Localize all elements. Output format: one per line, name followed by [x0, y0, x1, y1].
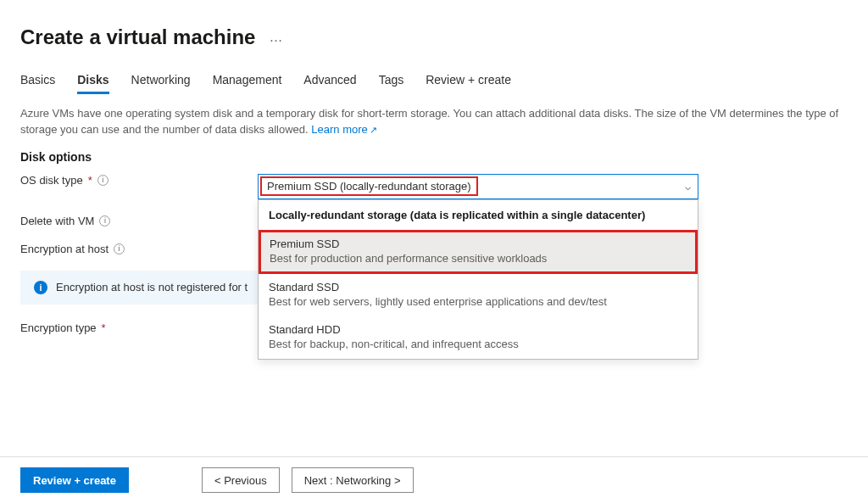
info-icon[interactable]: i	[97, 175, 108, 186]
required-marker: *	[102, 321, 106, 334]
dropdown-option-title: Premium SSD	[270, 238, 687, 250]
required-marker: *	[88, 174, 92, 187]
dropdown-option-standard-ssd[interactable]: Standard SSD Best for web servers, light…	[259, 274, 698, 316]
dropdown-option-premium-ssd[interactable]: Premium SSD Best for production and perf…	[259, 230, 698, 274]
learn-more-link[interactable]: Learn more↗	[311, 123, 376, 136]
dropdown-group-header: Locally-redundant storage (data is repli…	[259, 200, 698, 230]
info-circle-icon: i	[34, 281, 47, 294]
dropdown-option-title: Standard HDD	[269, 323, 687, 336]
wizard-footer: Review + create < Previous Next : Networ…	[0, 456, 868, 503]
dropdown-option-desc: Best for backup, non-critical, and infre…	[269, 338, 687, 350]
tab-management[interactable]: Management	[213, 73, 282, 94]
dropdown-option-desc: Best for production and performance sens…	[270, 252, 687, 265]
review-create-button[interactable]: Review + create	[20, 467, 129, 493]
more-actions-button[interactable]: …	[269, 30, 282, 45]
dropdown-option-desc: Best for web servers, lightly used enter…	[269, 295, 687, 308]
tab-review-create[interactable]: Review + create	[426, 73, 511, 94]
tab-tags[interactable]: Tags	[379, 73, 404, 94]
tab-advanced[interactable]: Advanced	[303, 73, 356, 94]
delete-with-vm-label: Delete with VM	[20, 215, 94, 227]
os-disk-type-select[interactable]: Premium SSD (locally-redundant storage) …	[258, 174, 698, 199]
os-disk-type-label: OS disk type	[20, 174, 83, 187]
previous-button[interactable]: < Previous	[202, 467, 280, 493]
page-title: Create a virtual machine	[20, 25, 255, 49]
external-link-icon: ↗	[370, 124, 377, 137]
chevron-down-icon: ⌵	[685, 181, 691, 193]
tab-disks[interactable]: Disks	[77, 73, 108, 94]
disk-options-heading: Disk options	[20, 150, 848, 164]
dropdown-option-title: Standard SSD	[269, 281, 687, 293]
os-disk-type-value: Premium SSD (locally-redundant storage)	[260, 176, 478, 196]
encryption-at-host-label: Encryption at host	[20, 243, 108, 255]
info-icon[interactable]: i	[114, 243, 125, 254]
os-disk-type-dropdown: Locally-redundant storage (data is repli…	[258, 199, 698, 360]
encryption-type-label: Encryption type	[20, 321, 97, 334]
dropdown-option-standard-hdd[interactable]: Standard HDD Best for backup, non-critic…	[259, 316, 698, 359]
tab-networking[interactable]: Networking	[131, 73, 191, 94]
intro-text: Azure VMs have one operating system disk…	[20, 106, 848, 138]
tab-strip: Basics Disks Networking Management Advan…	[20, 73, 848, 94]
next-button[interactable]: Next : Networking >	[292, 467, 414, 493]
info-icon[interactable]: i	[99, 215, 110, 226]
banner-text: Encryption at host is not registered for…	[56, 281, 248, 293]
tab-basics[interactable]: Basics	[20, 73, 55, 94]
